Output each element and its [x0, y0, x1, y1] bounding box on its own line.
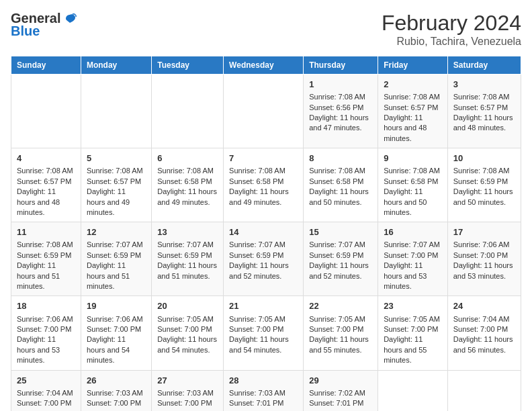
day-info: Daylight: 11 hours and 53 minutes.	[384, 261, 442, 291]
calendar-header-tuesday: Tuesday	[152, 56, 224, 75]
day-info: Sunrise: 7:07 AM	[157, 240, 218, 250]
calendar-cell	[81, 75, 151, 148]
day-info: Daylight: 11 hours and 57 minutes.	[229, 409, 298, 411]
day-info: Sunset: 6:57 PM	[453, 103, 515, 113]
day-info: Sunset: 6:58 PM	[309, 177, 372, 187]
day-info: Sunset: 7:00 PM	[157, 324, 218, 334]
day-info: Sunrise: 7:07 AM	[229, 240, 298, 250]
day-info: Sunset: 6:58 PM	[229, 177, 298, 187]
calendar-cell: 2Sunrise: 7:08 AMSunset: 6:57 PMDaylight…	[378, 75, 448, 148]
day-info: Daylight: 11 hours and 49 minutes.	[229, 187, 298, 208]
header: General Blue February 2024 Rubio, Tachir…	[11, 11, 521, 48]
day-info: Sunrise: 7:07 AM	[309, 240, 372, 250]
calendar-week-row: 4Sunrise: 7:08 AMSunset: 6:57 PMDaylight…	[11, 148, 521, 222]
day-info: Sunset: 7:00 PM	[384, 324, 442, 334]
day-number: 28	[229, 375, 298, 387]
day-info: Sunset: 7:00 PM	[17, 398, 75, 408]
day-info: Sunset: 6:58 PM	[157, 177, 218, 187]
day-info: Sunrise: 7:02 AM	[309, 388, 372, 398]
day-info: Sunrise: 7:07 AM	[384, 240, 442, 250]
day-info: Sunset: 6:59 PM	[229, 250, 298, 261]
day-number: 5	[87, 152, 146, 165]
day-info: Daylight: 11 hours and 51 minutes.	[157, 261, 218, 281]
calendar-cell: 7Sunrise: 7:08 AMSunset: 6:58 PMDaylight…	[224, 148, 304, 222]
day-info: Daylight: 11 hours and 49 minutes.	[157, 187, 218, 208]
day-info: Sunrise: 7:08 AM	[17, 240, 75, 250]
calendar-cell	[224, 75, 304, 148]
day-info: Sunrise: 7:08 AM	[229, 166, 298, 176]
calendar-cell	[152, 75, 224, 148]
day-info: Sunrise: 7:08 AM	[384, 166, 442, 176]
calendar-cell: 28Sunrise: 7:03 AMSunset: 7:01 PMDayligh…	[224, 370, 304, 411]
calendar-cell	[447, 370, 521, 411]
calendar-cell: 6Sunrise: 7:08 AMSunset: 6:58 PMDaylight…	[152, 148, 224, 222]
day-info: Sunset: 6:57 PM	[384, 103, 442, 113]
day-number: 17	[453, 226, 515, 238]
day-info: Sunset: 6:59 PM	[17, 250, 75, 261]
day-info: Sunrise: 7:06 AM	[453, 240, 515, 250]
day-info: Sunrise: 7:08 AM	[384, 92, 442, 102]
day-info: Sunrise: 7:06 AM	[17, 314, 75, 324]
day-number: 11	[17, 226, 75, 238]
day-number: 27	[157, 375, 218, 387]
day-info: Daylight: 11 hours and 57 minutes.	[87, 409, 146, 411]
day-info: Daylight: 11 hours and 50 minutes.	[309, 187, 372, 208]
day-number: 2	[384, 79, 442, 91]
day-info: Sunrise: 7:05 AM	[384, 314, 442, 324]
day-info: Sunrise: 7:03 AM	[87, 388, 146, 398]
day-number: 21	[229, 300, 298, 312]
calendar-cell	[11, 75, 81, 148]
day-info: Daylight: 11 hours and 54 minutes.	[229, 334, 298, 355]
day-info: Sunrise: 7:08 AM	[309, 92, 372, 102]
day-info: Sunrise: 7:04 AM	[453, 314, 515, 324]
day-number: 6	[157, 152, 218, 165]
calendar-cell: 29Sunrise: 7:02 AMSunset: 7:01 PMDayligh…	[304, 370, 378, 411]
day-info: Sunset: 6:59 PM	[157, 250, 218, 261]
day-info: Daylight: 11 hours and 56 minutes.	[17, 409, 75, 411]
day-info: Daylight: 11 hours and 48 minutes.	[384, 113, 442, 144]
day-info: Sunset: 6:59 PM	[87, 250, 146, 261]
day-info: Sunrise: 7:03 AM	[229, 388, 298, 398]
day-info: Sunrise: 7:03 AM	[157, 388, 218, 398]
day-number: 23	[384, 300, 442, 312]
day-info: Daylight: 11 hours and 48 minutes.	[17, 187, 75, 218]
calendar-table: SundayMondayTuesdayWednesdayThursdayFrid…	[11, 56, 521, 411]
day-number: 4	[17, 152, 75, 165]
day-info: Daylight: 11 hours and 48 minutes.	[453, 113, 515, 134]
day-number: 10	[453, 152, 515, 165]
calendar-header-saturday: Saturday	[447, 56, 521, 75]
day-info: Sunset: 7:01 PM	[309, 398, 372, 408]
day-number: 3	[453, 79, 515, 91]
day-info: Daylight: 11 hours and 54 minutes.	[87, 334, 146, 365]
calendar-cell: 9Sunrise: 7:08 AMSunset: 6:58 PMDaylight…	[378, 148, 448, 222]
calendar-header-monday: Monday	[81, 56, 151, 75]
logo-bird-icon	[63, 13, 77, 24]
calendar-header-sunday: Sunday	[11, 56, 81, 75]
day-info: Sunrise: 7:08 AM	[157, 166, 218, 176]
calendar-cell	[378, 370, 448, 411]
calendar-cell: 1Sunrise: 7:08 AMSunset: 6:56 PMDaylight…	[304, 75, 378, 148]
day-info: Sunrise: 7:05 AM	[309, 314, 372, 324]
calendar-cell: 5Sunrise: 7:08 AMSunset: 6:57 PMDaylight…	[81, 148, 151, 222]
day-number: 24	[453, 300, 515, 312]
calendar-cell: 11Sunrise: 7:08 AMSunset: 6:59 PMDayligh…	[11, 222, 81, 296]
day-info: Sunset: 7:01 PM	[229, 398, 298, 408]
calendar-cell: 13Sunrise: 7:07 AMSunset: 6:59 PMDayligh…	[152, 222, 224, 296]
calendar-cell: 12Sunrise: 7:07 AMSunset: 6:59 PMDayligh…	[81, 222, 151, 296]
day-number: 19	[87, 300, 146, 312]
calendar-cell: 3Sunrise: 7:08 AMSunset: 6:57 PMDaylight…	[447, 75, 521, 148]
day-number: 25	[17, 375, 75, 387]
day-info: Daylight: 11 hours and 47 minutes.	[309, 113, 372, 134]
day-info: Daylight: 11 hours and 53 minutes.	[17, 334, 75, 365]
page-title: February 2024	[382, 11, 521, 36]
day-info: Sunrise: 7:08 AM	[453, 166, 515, 176]
calendar-cell: 16Sunrise: 7:07 AMSunset: 7:00 PMDayligh…	[378, 222, 448, 296]
day-info: Sunset: 6:56 PM	[309, 103, 372, 113]
calendar-cell: 24Sunrise: 7:04 AMSunset: 7:00 PMDayligh…	[447, 296, 521, 370]
day-info: Sunset: 6:58 PM	[384, 177, 442, 187]
calendar-week-row: 25Sunrise: 7:04 AMSunset: 7:00 PMDayligh…	[11, 370, 521, 411]
calendar-cell: 8Sunrise: 7:08 AMSunset: 6:58 PMDaylight…	[304, 148, 378, 222]
day-info: Sunset: 6:59 PM	[309, 250, 372, 261]
calendar-week-row: 1Sunrise: 7:08 AMSunset: 6:56 PMDaylight…	[11, 75, 521, 148]
day-info: Daylight: 11 hours and 49 minutes.	[87, 187, 146, 218]
